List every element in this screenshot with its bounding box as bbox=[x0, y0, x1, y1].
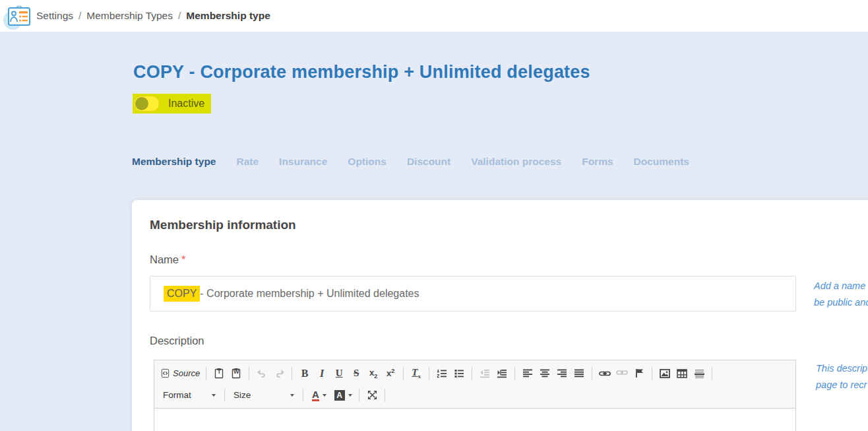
align-left-icon bbox=[523, 369, 533, 378]
decrease-indent-button[interactable] bbox=[477, 366, 493, 381]
breadcrumb-item-settings[interactable]: Settings bbox=[36, 10, 73, 22]
description-helper-text: This descript page to recr bbox=[816, 360, 868, 393]
paste-word-button[interactable]: W bbox=[228, 366, 244, 381]
tab-forms[interactable]: Forms bbox=[582, 156, 613, 168]
flag-button[interactable] bbox=[631, 366, 647, 381]
tab-bar: Membership type Rate Insurance Options D… bbox=[132, 156, 689, 168]
justify-button[interactable] bbox=[571, 366, 587, 381]
decrease-indent-icon bbox=[480, 369, 490, 378]
source-icon bbox=[160, 368, 170, 378]
description-editor: Source T W bbox=[154, 360, 796, 431]
breadcrumb-separator: / bbox=[78, 10, 81, 22]
subscript-button[interactable]: x2 bbox=[365, 366, 381, 381]
breadcrumb-item-membership-type: Membership type bbox=[186, 10, 270, 22]
numbered-list-icon bbox=[437, 369, 447, 378]
undo-icon bbox=[257, 369, 268, 378]
tab-rate[interactable]: Rate bbox=[236, 156, 259, 168]
table-button[interactable] bbox=[674, 366, 690, 381]
breadcrumb-item-membership-types[interactable]: Membership Types bbox=[86, 10, 173, 22]
card-title: Membership information bbox=[150, 218, 296, 232]
tab-validation-process[interactable]: Validation process bbox=[471, 156, 561, 168]
name-value-rest: - Corporate membership + Unlimited deleg… bbox=[200, 288, 419, 300]
align-center-button[interactable] bbox=[537, 366, 553, 381]
background-color-button[interactable]: A bbox=[332, 387, 354, 403]
top-bar: Settings / Membership Types / Membership… bbox=[0, 0, 868, 32]
maximize-button[interactable] bbox=[364, 387, 380, 403]
link-button[interactable] bbox=[597, 366, 613, 381]
redo-button[interactable] bbox=[271, 366, 287, 381]
description-field-label: Description bbox=[150, 335, 204, 347]
italic-button[interactable]: I bbox=[314, 366, 330, 381]
background-color-icon: A bbox=[334, 390, 345, 401]
flag-icon bbox=[635, 368, 644, 378]
image-button[interactable] bbox=[657, 366, 673, 381]
toggle-knob-icon bbox=[135, 97, 148, 110]
link-icon bbox=[599, 370, 611, 377]
table-icon bbox=[677, 369, 687, 378]
horizontal-rule-icon bbox=[695, 369, 704, 378]
increase-indent-button[interactable] bbox=[494, 366, 510, 381]
text-color-icon: A bbox=[312, 389, 319, 401]
required-marker: * bbox=[181, 253, 185, 265]
bulleted-list-icon bbox=[454, 369, 464, 378]
tab-insurance[interactable]: Insurance bbox=[279, 156, 327, 168]
redo-icon bbox=[274, 369, 285, 378]
breadcrumb-separator: / bbox=[178, 10, 181, 22]
size-dropdown[interactable]: Size bbox=[230, 387, 298, 403]
chevron-down-icon bbox=[212, 394, 216, 397]
tab-discount[interactable]: Discount bbox=[407, 156, 450, 168]
breadcrumb: Settings / Membership Types / Membership… bbox=[36, 0, 270, 32]
unlink-icon bbox=[616, 370, 628, 378]
horizontal-rule-button[interactable] bbox=[691, 366, 707, 381]
status-label: Inactive bbox=[168, 98, 204, 110]
tab-documents[interactable]: Documents bbox=[634, 156, 689, 168]
align-right-icon bbox=[557, 369, 567, 378]
undo-button[interactable] bbox=[254, 366, 270, 381]
underline-button[interactable]: U bbox=[331, 366, 347, 381]
chevron-down-icon bbox=[290, 394, 294, 397]
chevron-down-icon bbox=[348, 394, 352, 397]
format-dropdown[interactable]: Format bbox=[159, 387, 220, 403]
image-icon bbox=[660, 369, 670, 378]
paste-text-button[interactable]: T bbox=[211, 366, 227, 381]
chevron-down-icon bbox=[323, 394, 326, 397]
bulleted-list-button[interactable] bbox=[451, 366, 467, 381]
tab-options[interactable]: Options bbox=[348, 156, 387, 168]
maximize-icon bbox=[367, 390, 377, 400]
name-input[interactable]: COPY - Corporate membership + Unlimited … bbox=[150, 276, 796, 312]
superscript-button[interactable]: x2 bbox=[383, 366, 398, 381]
page-title: COPY - Corporate membership + Unlimited … bbox=[133, 62, 590, 83]
status-highlight: Inactive bbox=[133, 94, 211, 114]
align-right-button[interactable] bbox=[554, 366, 570, 381]
editor-content-area[interactable] bbox=[154, 409, 795, 431]
search-highlight: COPY bbox=[164, 286, 200, 302]
name-helper-text: Add a name be public and bbox=[814, 278, 868, 311]
align-center-icon bbox=[540, 369, 550, 378]
bold-button[interactable]: B bbox=[297, 366, 313, 381]
source-button[interactable]: Source bbox=[159, 366, 201, 381]
text-color-button[interactable]: A bbox=[308, 387, 330, 403]
name-field-label: Name* bbox=[150, 253, 185, 266]
remove-format-button[interactable]: Tx bbox=[408, 366, 424, 381]
justify-icon bbox=[574, 369, 584, 378]
numbered-list-button[interactable] bbox=[434, 366, 450, 381]
tab-membership-type[interactable]: Membership type bbox=[132, 156, 216, 168]
align-left-button[interactable] bbox=[520, 366, 536, 381]
status-toggle[interactable] bbox=[134, 96, 160, 112]
membership-card-icon bbox=[3, 3, 32, 30]
unlink-button[interactable] bbox=[614, 366, 630, 381]
strikethrough-button[interactable]: S bbox=[348, 366, 364, 381]
increase-indent-icon bbox=[497, 369, 507, 378]
editor-toolbar: Source T W bbox=[154, 360, 795, 409]
